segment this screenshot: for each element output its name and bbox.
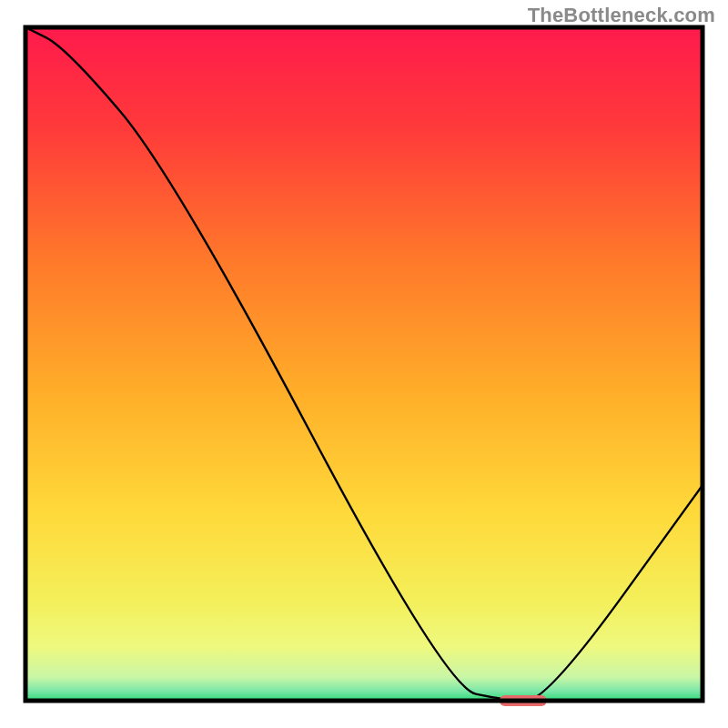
- bottleneck-chart: [0, 0, 728, 728]
- plot-background: [25, 27, 703, 701]
- chart-container: TheBottleneck.com: [0, 0, 728, 728]
- watermark-text: TheBottleneck.com: [528, 4, 715, 27]
